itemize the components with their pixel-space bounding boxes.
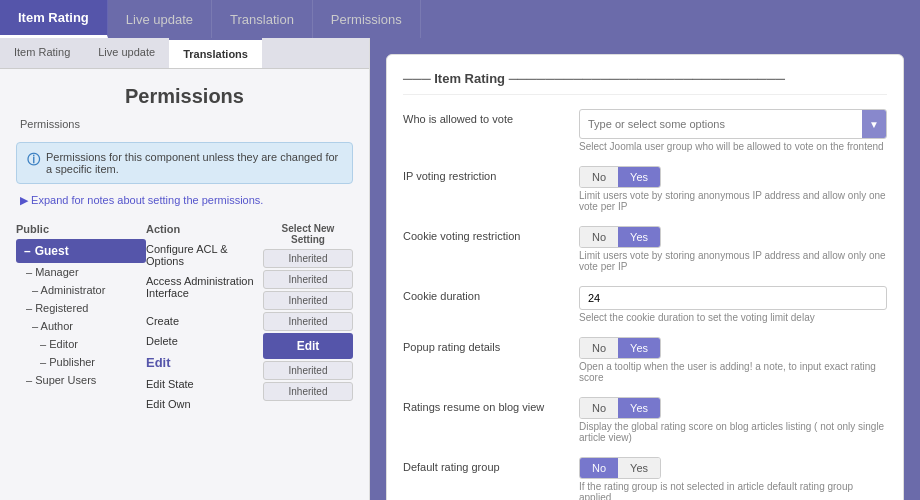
- tab-translation[interactable]: Translation: [212, 0, 313, 38]
- label-who-vote: Who is allowed to vote: [403, 109, 563, 125]
- actions-column: Action Configure ACL & Options Access Ad…: [146, 223, 263, 492]
- control-cookie: No Yes Limit users vote by storing anony…: [579, 226, 887, 272]
- action-configure: Configure ACL & Options: [146, 239, 263, 271]
- label-blog: Ratings resume on blog view: [403, 397, 563, 413]
- group-guest[interactable]: – Guest: [16, 239, 146, 263]
- setting-access[interactable]: Inherited: [263, 270, 353, 289]
- group-super-users[interactable]: – Super Users: [16, 371, 146, 389]
- label-popup: Popup rating details: [403, 337, 563, 353]
- label-duration: Cookie duration: [403, 286, 563, 302]
- group-publisher[interactable]: – Publisher: [16, 353, 146, 371]
- input-duration[interactable]: [579, 286, 887, 310]
- toggle-cookie: No Yes: [579, 226, 661, 248]
- info-box: ⓘ Permissions for this component unless …: [16, 142, 353, 184]
- toggle-ip-yes[interactable]: Yes: [618, 167, 660, 187]
- group-editor[interactable]: – Editor: [16, 335, 146, 353]
- left-inner-tabs: Item Rating Live update Translations: [0, 38, 369, 69]
- hint-ip: Limit users vote by storing anonymous IP…: [579, 190, 887, 212]
- setting-delete[interactable]: Inherited: [263, 312, 353, 331]
- toggle-blog-no[interactable]: No: [580, 398, 618, 418]
- left-tab-translations[interactable]: Translations: [169, 38, 262, 68]
- left-panel: Item Rating Live update Translations Per…: [0, 38, 370, 500]
- item-rating-box: ─── Item Rating ────────────────────────…: [386, 54, 904, 500]
- group-author[interactable]: – Author: [16, 317, 146, 335]
- toggle-ip-no[interactable]: No: [580, 167, 618, 187]
- toggle-ip: No Yes: [579, 166, 661, 188]
- actions-header: Action: [146, 223, 263, 235]
- toggle-default-group-no[interactable]: No: [580, 458, 618, 478]
- setting-create[interactable]: Inherited: [263, 291, 353, 310]
- left-tab-live-update[interactable]: Live update: [84, 38, 169, 68]
- hint-blog: Display the global rating score on blog …: [579, 421, 887, 443]
- group-column: Public – Guest – Manager – Administrator…: [16, 223, 146, 492]
- select-header: Select NewSetting: [263, 223, 353, 245]
- group-registered[interactable]: – Registered: [16, 299, 146, 317]
- main-layout: Item Rating Live update Translations Per…: [0, 38, 920, 500]
- control-popup: No Yes Open a tooltip when the user is a…: [579, 337, 887, 383]
- item-rating-header: ─── Item Rating ────────────────────────…: [403, 71, 887, 95]
- permissions-label: Permissions: [0, 116, 369, 136]
- dropdown-who-vote[interactable]: ▼: [579, 109, 887, 139]
- top-tab-bar: Item Rating Live update Translation Perm…: [0, 0, 920, 38]
- toggle-cookie-yes[interactable]: Yes: [618, 227, 660, 247]
- setting-row-duration: Cookie duration Select the cookie durati…: [403, 286, 887, 323]
- permissions-section: Public – Guest – Manager – Administrator…: [0, 215, 369, 500]
- control-ip: No Yes Limit users vote by storing anony…: [579, 166, 887, 212]
- info-icon: ⓘ: [27, 151, 40, 169]
- setting-row-default-group: Default rating group No Yes If the ratin…: [403, 457, 887, 500]
- toggle-popup-yes[interactable]: Yes: [618, 338, 660, 358]
- setting-row-ip: IP voting restriction No Yes Limit users…: [403, 166, 887, 212]
- expand-notes-link[interactable]: ▶ Expand for notes about setting the per…: [0, 190, 369, 215]
- minus-icon: –: [24, 244, 31, 258]
- setting-configure[interactable]: Inherited: [263, 249, 353, 268]
- action-delete: Delete: [146, 331, 263, 351]
- action-create: Create: [146, 311, 263, 331]
- hint-popup: Open a tooltip when the user is adding! …: [579, 361, 887, 383]
- hint-cookie: Limit users vote by storing anonymous IP…: [579, 250, 887, 272]
- dropdown-input-who-vote[interactable]: [580, 113, 862, 135]
- label-default-group: Default rating group: [403, 457, 563, 473]
- tab-permissions[interactable]: Permissions: [313, 0, 421, 38]
- control-default-group: No Yes If the rating group is not select…: [579, 457, 887, 500]
- dropdown-arrow-who-vote[interactable]: ▼: [862, 110, 886, 138]
- action-access: Access Administration Interface: [146, 271, 263, 303]
- hint-default-group: If the rating group is not selected in a…: [579, 481, 887, 500]
- control-who-vote: ▼ Select Joomla user group who will be a…: [579, 109, 887, 152]
- tab-item-rating[interactable]: Item Rating: [0, 0, 108, 38]
- setting-row-cookie: Cookie voting restriction No Yes Limit u…: [403, 226, 887, 272]
- label-cookie: Cookie voting restriction: [403, 226, 563, 242]
- action-edit-state: Edit State: [146, 374, 263, 394]
- control-blog: No Yes Display the global rating score o…: [579, 397, 887, 443]
- toggle-popup-no[interactable]: No: [580, 338, 618, 358]
- toggle-popup: No Yes: [579, 337, 661, 359]
- group-manager[interactable]: – Manager: [16, 263, 146, 281]
- group-label: Public: [16, 223, 146, 235]
- hint-duration: Select the cookie duration to set the vo…: [579, 312, 887, 323]
- toggle-default-group: No Yes: [579, 457, 661, 479]
- toggle-cookie-no[interactable]: No: [580, 227, 618, 247]
- toggle-default-group-yes[interactable]: Yes: [618, 458, 660, 478]
- setting-row-blog: Ratings resume on blog view No Yes Displ…: [403, 397, 887, 443]
- toggle-blog: No Yes: [579, 397, 661, 419]
- action-edit: Edit: [146, 351, 263, 374]
- toggle-blog-yes[interactable]: Yes: [618, 398, 660, 418]
- setting-row-who-vote: Who is allowed to vote ▼ Select Joomla u…: [403, 109, 887, 152]
- select-column: Select NewSetting Inherited Inherited In…: [263, 223, 353, 492]
- left-tab-item-rating[interactable]: Item Rating: [0, 38, 84, 68]
- permissions-title: Permissions: [0, 69, 369, 116]
- tab-live-update[interactable]: Live update: [108, 0, 212, 38]
- action-edit-own: Edit Own: [146, 394, 263, 414]
- setting-edit-state[interactable]: Inherited: [263, 361, 353, 380]
- hint-who-vote: Select Joomla user group who will be all…: [579, 141, 887, 152]
- setting-row-popup: Popup rating details No Yes Open a toolt…: [403, 337, 887, 383]
- right-panel: ─── Item Rating ────────────────────────…: [370, 38, 920, 500]
- setting-edit[interactable]: Edit: [263, 333, 353, 359]
- group-administrator[interactable]: – Administrator: [16, 281, 146, 299]
- setting-edit-own[interactable]: Inherited: [263, 382, 353, 401]
- label-ip: IP voting restriction: [403, 166, 563, 182]
- control-duration: Select the cookie duration to set the vo…: [579, 286, 887, 323]
